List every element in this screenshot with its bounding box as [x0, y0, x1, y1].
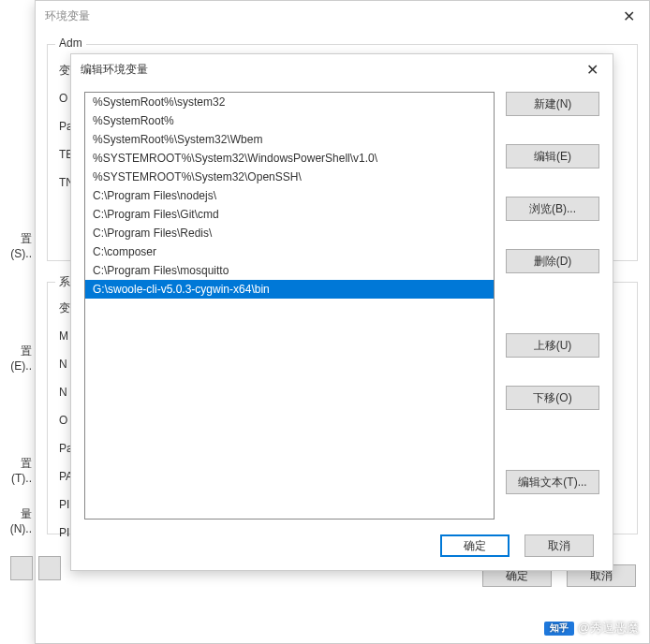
list-item[interactable]: C:\Program Files\Redis\: [85, 224, 494, 242]
browse-button[interactable]: 浏览(B)...: [506, 197, 599, 221]
edit-text-button[interactable]: 编辑文本(T)...: [506, 470, 599, 494]
move-down-button[interactable]: 下移(O): [506, 386, 599, 410]
list-item[interactable]: C:\composer: [85, 242, 494, 261]
zhihu-logo-icon: 知乎: [544, 622, 574, 636]
list-item[interactable]: C:\Program Files\mosquitto: [85, 261, 494, 280]
button-stub[interactable]: [38, 556, 61, 580]
watermark: 知乎 @秀逗恶魔: [544, 620, 639, 637]
list-item[interactable]: G:\swoole-cli-v5.0.3-cygwin-x64\bin: [85, 280, 494, 299]
move-up-button[interactable]: 上移(U): [506, 333, 599, 358]
list-item[interactable]: %SystemRoot%\system32: [85, 93, 494, 111]
dialog-content: %SystemRoot%\system32%SystemRoot%%System…: [71, 84, 613, 527]
side-buttons: 新建(N) 编辑(E) 浏览(B)... 删除(D) 上移(U) 下移(O) 编…: [506, 92, 599, 520]
list-item[interactable]: %SystemRoot%: [85, 111, 494, 130]
titlebar: 编辑环境变量 ✕: [71, 54, 613, 84]
list-item[interactable]: C:\Program Files\Git\cmd: [85, 205, 494, 224]
list-item[interactable]: C:\Program Files\nodejs\: [85, 186, 494, 205]
path-listbox[interactable]: %SystemRoot%\system32%SystemRoot%%System…: [84, 92, 495, 520]
new-button[interactable]: 新建(N): [506, 92, 599, 116]
list-item[interactable]: %SYSTEMROOT%\System32\WindowsPowerShell\…: [85, 149, 494, 168]
dialog-footer: 确定 取消: [71, 527, 613, 568]
watermark-text: @秀逗恶魔: [578, 620, 639, 637]
settings-s-button-stub[interactable]: 置(S)..: [1, 231, 36, 260]
close-icon[interactable]: ✕: [608, 1, 649, 31]
button-stub[interactable]: [10, 556, 33, 580]
list-item[interactable]: %SystemRoot%\System32\Wbem: [85, 130, 494, 149]
dialog-title: 环境变量: [45, 8, 90, 24]
group-label: Adm: [55, 37, 86, 50]
edit-env-var-dialog: 编辑环境变量 ✕ %SystemRoot%\system32%SystemRoo…: [70, 53, 613, 571]
cancel-button[interactable]: 取消: [524, 534, 594, 557]
settings-t-button-stub[interactable]: 置(T)..: [1, 456, 36, 485]
list-item[interactable]: %SYSTEMROOT%\System32\OpenSSH\: [85, 168, 494, 186]
edit-button[interactable]: 编辑(E): [506, 144, 599, 168]
close-icon[interactable]: ✕: [571, 54, 613, 84]
delete-button[interactable]: 删除(D): [506, 249, 599, 273]
titlebar: 环境变量 ✕: [36, 1, 649, 31]
ok-button[interactable]: 确定: [440, 534, 510, 557]
dialog-title: 编辑环境变量: [81, 62, 148, 78]
settings-e-button-stub[interactable]: 置(E)..: [1, 344, 36, 373]
amount-n-button-stub[interactable]: 量(N)..: [1, 506, 36, 535]
